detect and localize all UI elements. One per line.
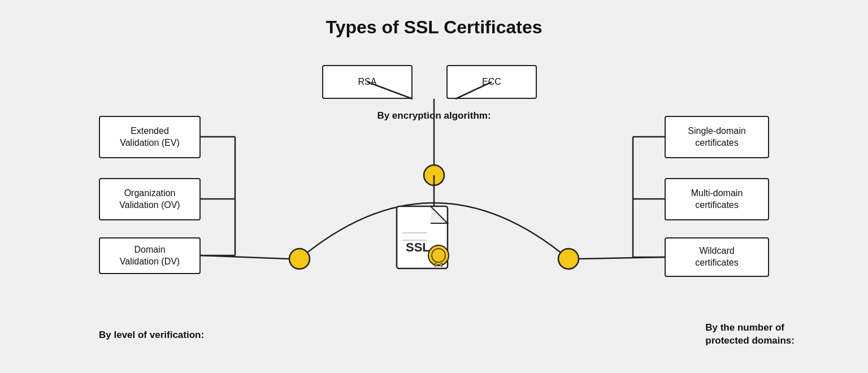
svg-point-4 [289,249,310,269]
svg-point-5 [558,249,579,269]
label-domains: By the number of protected domains: [705,322,795,348]
box-ecc: ECC [446,65,537,99]
page-title: Types of SSL Certificates [0,17,868,38]
box-ev: Extended Validation (EV) [99,116,201,158]
box-dv: Domain Validation (DV) [99,237,201,274]
svg-rect-18 [397,206,448,268]
svg-point-23 [432,249,445,262]
svg-line-6 [201,255,289,259]
label-verification: By level of verification: [99,329,204,342]
svg-text:SSL: SSL [406,240,430,254]
svg-line-8 [579,257,665,259]
label-encryption: By encryption algorithm: [0,110,868,122]
box-multi: Multi-domain certificates [665,178,769,220]
svg-point-22 [428,245,449,266]
box-rsa: RSA [322,65,413,99]
svg-point-0 [424,165,444,185]
box-wildcard: Wildcard certificates [665,237,769,277]
svg-marker-24 [435,263,442,267]
diagram-container: Types of SSL Certificates RSA ECC Extend… [0,0,868,373]
box-ov: Organization Validation (OV) [99,178,201,220]
box-single: Single-domain certificates [665,116,769,158]
